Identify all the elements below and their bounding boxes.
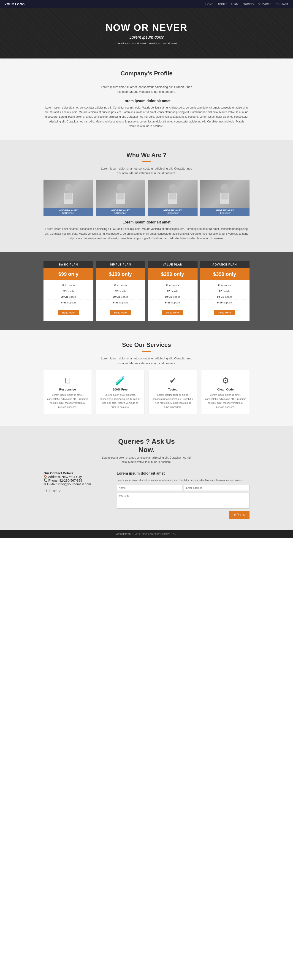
social-icon-t[interactable]: t	[46, 489, 47, 492]
social-icon-in[interactable]: in	[49, 489, 51, 492]
divider2	[142, 161, 151, 162]
contact-form-area: Lorem ipsum dolor sit amet Lorem ipsum d…	[117, 471, 250, 519]
feature-label-1-1: 62	[115, 290, 118, 293]
contact-form-body: Lorem ipsum dolor sit amet, consectetur …	[117, 478, 250, 482]
contact-subtitle: Lorem ipsum dolor sit amet, consectetur …	[101, 456, 192, 464]
svg-rect-11	[221, 192, 228, 199]
feature-label-3-3: Free	[217, 301, 223, 304]
team-card-label-1: ANDREW ALEX UI Designer	[96, 208, 146, 216]
feature-2-3: Free Support	[148, 300, 197, 305]
feature-label-2-3: Free	[165, 301, 170, 304]
feature-1-0: 12 Accounts	[96, 283, 146, 288]
name-input[interactable]	[117, 485, 182, 491]
price-card-3: ADVANCE PLAN $399 only 12 Accounts62 Ema…	[200, 261, 250, 321]
person-avatar-0	[62, 183, 75, 205]
contact-title-line2: Now.	[138, 446, 155, 453]
feature-3-3: Free Support	[200, 300, 250, 305]
service-desc-1: Lorem ipsum dolor sit amet, consectetur …	[100, 393, 141, 409]
price-card-btn-3[interactable]: Read More	[214, 310, 235, 315]
price-card-amount-0: $99 only	[43, 268, 93, 280]
social-links[interactable]: fting+p	[43, 489, 110, 492]
price-card-btn-wrap-2: Read More	[148, 307, 197, 321]
price-card-features-1: 12 Accounts62 Emails50 GB SpaceFree Supp…	[96, 280, 146, 307]
price-card-btn-2[interactable]: Read More	[162, 310, 183, 315]
team-card-role-2: UI Designer	[167, 212, 179, 214]
email-icon: ✉	[43, 482, 47, 486]
divider3	[142, 351, 151, 352]
price-card-1: SIMPLE PLAN $199 only 12 Accounts62 Emai…	[96, 261, 146, 321]
svg-point-0	[65, 184, 72, 191]
feature-label-1-3: Free	[113, 301, 118, 304]
phone-icon: 📞	[43, 479, 48, 482]
nav-link-home[interactable]: HOME	[205, 3, 213, 5]
footer: LinkedIn中に出会ったサービスについて学べる動画でした。	[0, 530, 293, 538]
feature-2-0: 12 Accounts	[148, 283, 197, 288]
team-card-0: ANDREW ALEX UI Designer	[43, 180, 93, 216]
feature-label-0-0: 12	[62, 284, 64, 287]
contact-form-title: Lorem ipsum dolor sit amet	[117, 471, 250, 476]
svg-point-3	[117, 184, 124, 191]
submit-button[interactable]: 送信する	[229, 511, 250, 519]
social-icon-f[interactable]: f	[43, 489, 45, 492]
contact-address: 🏠 Address: New Your City	[43, 475, 110, 479]
svg-rect-5	[117, 192, 124, 199]
price-card-btn-0[interactable]: Read More	[58, 310, 79, 315]
email-input[interactable]	[184, 485, 250, 491]
service-icon-code: ⚙	[205, 376, 246, 385]
team-card-label-2: ANDREW ALEX UI Designer	[148, 208, 197, 216]
who-body: Lorem ipsum dolor sit amet, consectetur …	[43, 227, 250, 240]
price-card-features-0: 12 Accounts62 Emails50 GB SpaceFree Supp…	[43, 280, 93, 307]
feature-3-0: 12 Accounts	[200, 283, 250, 288]
feature-label-1-0: 12	[114, 284, 116, 287]
svg-point-9	[221, 184, 228, 191]
service-icon-free: 🧪	[100, 376, 141, 385]
service-desc-3: Lorem ipsum dolor sit amet, consectetur …	[205, 393, 246, 409]
team-card-1: ANDREW ALEX UI Designer	[96, 180, 146, 216]
message-input[interactable]	[117, 493, 250, 509]
feature-3-2: 50 GB Space	[200, 294, 250, 300]
social-icon-p[interactable]: p	[59, 489, 61, 492]
hero-section: NOW OR NEVER Lorem ipsum dolor Lorem ips…	[0, 8, 293, 59]
feature-label-1-2: 50 GB	[113, 296, 120, 298]
contact-title-line1: Queries ? Ask Us	[118, 438, 175, 445]
contact-section: Queries ? Ask UsNow. Lorem ipsum dolor s…	[0, 426, 293, 530]
nav-links: HOMEABOUTTEAMPRICINGSERVICESCONTACT	[205, 3, 288, 5]
price-card-amount-1: $199 only	[96, 268, 146, 280]
contact-phone: 📞 Phone: 82-230-567-899	[43, 479, 110, 482]
social-icon-g+[interactable]: g+	[53, 489, 57, 492]
service-title-2: Tested	[152, 388, 193, 391]
company-profile-title: Company's Profile	[5, 70, 288, 77]
footer-text: LinkedIn中に出会ったサービスについて学べる動画でした。	[116, 533, 177, 535]
nav-link-services[interactable]: SERVICES	[258, 3, 272, 5]
price-card-amount-3: $399 only	[200, 268, 250, 280]
team-card-label-3: ANDREW ALEX UI Designer	[200, 208, 250, 216]
service-icon-responsive: 🖥	[47, 376, 88, 385]
contact-title: Queries ? Ask UsNow.	[5, 438, 288, 454]
nav-link-team[interactable]: TEAM	[231, 3, 239, 5]
feature-1-1: 62 Emails	[96, 288, 146, 294]
nav-link-pricing[interactable]: PRICING	[242, 3, 254, 5]
price-card-header-2: VALUE PLAN	[148, 261, 197, 268]
feature-2-1: 62 Emails	[148, 288, 197, 294]
service-card-0: 🖥 Responsive Lorem ipsum dolor sit amet,…	[43, 371, 91, 414]
company-profile-section: Company's Profile Lorem ipsum dolor sit …	[0, 59, 293, 140]
company-inner-title: Lorem ipsum dolor sit amet	[5, 99, 288, 103]
person-avatar-3	[218, 183, 231, 205]
contact-details-title: Our Contact Details	[43, 471, 110, 475]
price-card-btn-1[interactable]: Read More	[110, 310, 131, 315]
hero-description: Lorem ipsum dolor sit amet,Lorem ipsum d…	[115, 42, 178, 45]
contact-inner: Our Contact Details 🏠 Address: New Your …	[43, 471, 250, 519]
nav-link-contact[interactable]: CONTACT	[275, 3, 288, 5]
hero-subtitle: Lorem ipsum dolor	[129, 35, 163, 40]
feature-3-1: 62 Emails	[200, 288, 250, 294]
service-desc-0: Lorem ipsum dolor sit amet, consectetur …	[47, 393, 88, 409]
team-card-role-3: UI Designer	[219, 212, 231, 214]
nav-link-about[interactable]: ABOUT	[218, 3, 227, 5]
who-subtitle: Lorem ipsum dolor sit amet, consectetur …	[101, 166, 192, 176]
team-card-name-3: ANDREW ALEX	[201, 209, 249, 212]
team-card-name-2: ANDREW ALEX	[149, 209, 197, 212]
services-section: See Our Services Lorem ipsum dolor sit a…	[0, 330, 293, 426]
home-icon: 🏠	[43, 475, 48, 479]
team-card-name-0: ANDREW ALEX	[45, 209, 93, 212]
person-avatar-1	[114, 183, 127, 205]
